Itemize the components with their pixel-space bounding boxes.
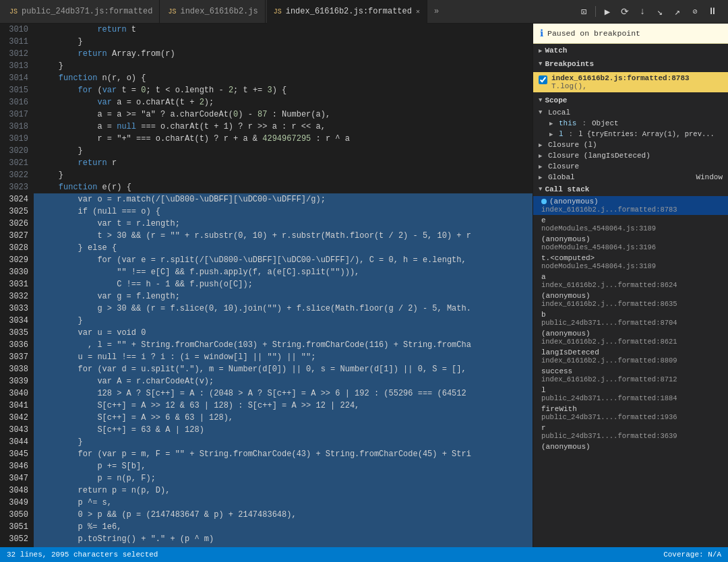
scope-closure-lang[interactable]: ▶ Closure (langIsDeteced) [533, 150, 728, 161]
code-line: } [34, 436, 533, 448]
line-number: 3041 [0, 400, 28, 412]
line-number: 3013 [0, 60, 28, 72]
call-stack-item[interactable]: (anonymous)index_61616b2.j...formatted:8… [533, 290, 728, 309]
call-stack-name: (anonymous) [541, 330, 590, 338]
step-out-button[interactable]: ↗ [670, 4, 685, 19]
line-number: 3034 [0, 315, 28, 327]
breakpoints-arrow-icon: ▼ [539, 61, 542, 67]
callstack-label: Call stack [545, 185, 589, 193]
tab-public-24db371[interactable]: JS public_24db371.js:formatted [3, 0, 160, 24]
call-stack-item[interactable]: (anonymous)index_61616b2.j...formatted:8… [533, 196, 728, 215]
call-stack-item[interactable]: (anonymous)index_61616b2.j...formatted:8… [533, 328, 728, 347]
line-number: 3037 [0, 351, 28, 363]
code-line: "" !== e[C] && f.push.apply(f, a(e[C].sp… [34, 266, 533, 278]
line-number: 3027 [0, 230, 28, 242]
code-line: } [34, 36, 533, 48]
debug-scroll[interactable]: ▶ Watch ▼ Breakpoints index_61616b2.js:f… [533, 44, 728, 547]
l-arrow-icon: ▶ [549, 131, 556, 138]
archive-icon[interactable]: ⊡ [576, 4, 591, 19]
breakpoint-checkbox[interactable] [539, 75, 547, 84]
pause-button[interactable]: ⟳ [617, 4, 632, 19]
breakpoints-label: Breakpoints [545, 60, 594, 68]
call-stack-item[interactable]: fireWithpublic_24db371....formatted:1936 [533, 404, 728, 423]
code-line: p %= 1e6, [34, 521, 533, 533]
scope-global[interactable]: ▶ Global Window [533, 172, 728, 183]
line-number: 3043 [0, 424, 28, 436]
scope-closure-l-label: Closure (l) [548, 141, 597, 149]
code-line: C !== h - 1 && f.push(o[C]); [34, 278, 533, 290]
code-line: t > 30 && (r = "" + r.substr(0, 10) + r.… [34, 230, 533, 242]
main-layout: 3010301130123013301430153016301730183019… [0, 24, 728, 547]
code-line: var a = o.charAt(t + 2); [34, 96, 533, 108]
call-stack-item[interactable]: rpublic_24db371....formatted:3639 [533, 423, 728, 441]
scope-global-value: Window [696, 173, 723, 181]
stop-button[interactable]: ⏸ [705, 4, 720, 19]
watch-section-header[interactable]: ▶ Watch [533, 44, 728, 57]
line-number: 3015 [0, 84, 28, 96]
scope-local-items: ▶ this : Object ▶ l : l {tryEntries: Arr… [544, 118, 728, 139]
line-number: 3042 [0, 412, 28, 424]
line-number: 3022 [0, 169, 28, 181]
line-number: 3026 [0, 218, 28, 230]
call-stack-item[interactable]: bpublic_24db371....formatted:8704 [533, 309, 728, 328]
callstack-list: (anonymous)index_61616b2.j...formatted:8… [533, 196, 728, 452]
tab-overflow[interactable]: » [429, 7, 444, 16]
breakpoint-item[interactable]: index_61616b2.js:formatted:8783 T.log(), [533, 72, 728, 92]
debug-toolbar-top: ⊡ ▶ ⟳ ↓ ↘ ↗ ⊘ ⏸ [571, 4, 725, 19]
call-stack-name: (anonymous) [541, 235, 590, 243]
scope-l[interactable]: ▶ l : l {tryEntries: Array(1), prev... [544, 129, 728, 139]
scope-local-header[interactable]: ▼ Local [533, 107, 728, 118]
scope-closure-l[interactable]: ▶ Closure (l) [533, 139, 728, 150]
code-line: for (var d = u.split("."), m = Number(d[… [34, 363, 533, 375]
line-number: 3030 [0, 266, 28, 278]
code-line: 0 > p && (p = (2147483647 & p) + 2147483… [34, 509, 533, 521]
deactivate-button[interactable]: ⊘ [688, 4, 702, 19]
line-number: 3033 [0, 303, 28, 315]
callstack-section-header[interactable]: ▼ Call stack [533, 183, 728, 196]
tab-index-61616b2[interactable]: JS index_61616b2.js [161, 0, 265, 24]
step-into-button[interactable]: ↘ [653, 4, 667, 19]
call-stack-name: l [541, 386, 546, 394]
call-stack-name: a [541, 273, 546, 281]
close-tab-icon[interactable]: ✕ [416, 7, 420, 15]
call-stack-item[interactable]: t.<computed>nodeModules_4548064.js:3189 [533, 253, 728, 272]
line-number: 3040 [0, 387, 28, 400]
tab-index-61616b2-formatted[interactable]: JS index_61616b2.js:formatted ✕ [267, 0, 427, 24]
call-stack-item[interactable]: successindex_61616b2.j...formatted:8712 [533, 366, 728, 385]
call-stack-item[interactable]: (anonymous) [533, 441, 728, 452]
scope-this[interactable]: ▶ this : Object [544, 118, 728, 129]
scope-closure-lang-label: Closure (langIsDeteced) [548, 152, 650, 160]
code-line: for (var p = m, F = "" + String.fromChar… [34, 448, 533, 460]
code-line: } [34, 169, 533, 181]
call-stack-item[interactable]: aindex_61616b2.j...formatted:8624 [533, 272, 728, 290]
call-stack-item[interactable]: langIsDetecedindex_61616b2.j...formatted… [533, 347, 728, 366]
scope-local-label: Local [548, 108, 570, 117]
call-stack-name: r [541, 424, 546, 432]
call-stack-item[interactable]: enodeModules_4548064.js:3189 [533, 215, 728, 234]
scope-closure[interactable]: ▶ Closure [533, 161, 728, 172]
line-numbers: 3010301130123013301430153016301730183019… [0, 24, 34, 547]
code-line: r = "+" === o.charAt(t) ? r + a & 429496… [34, 133, 533, 145]
step-over-button[interactable]: ↓ [635, 4, 650, 19]
code-line: return t [34, 24, 533, 36]
call-stack-name: b [541, 311, 546, 319]
info-icon: ℹ [540, 28, 543, 39]
call-stack-file: nodeModules_4548064.js:3189 [541, 262, 720, 270]
resume-button[interactable]: ▶ [600, 4, 615, 19]
call-stack-item[interactable]: (anonymous)nodeModules_4548064.js:3196 [533, 234, 728, 253]
code-line: , l = "" + String.fromCharCode(103) + St… [34, 339, 533, 351]
line-number: 3016 [0, 96, 28, 108]
code-container[interactable]: 3010301130123013301430153016301730183019… [0, 24, 533, 547]
watch-arrow-icon: ▶ [539, 47, 542, 55]
breakpoints-section-header[interactable]: ▼ Breakpoints [533, 57, 728, 71]
watch-section: ▶ Watch [533, 44, 728, 57]
call-stack-item[interactable]: lpublic_24db371....formatted:1884 [533, 385, 728, 404]
line-number: 3046 [0, 460, 28, 472]
scope-section-header[interactable]: ▼ Scope [533, 94, 728, 107]
call-stack-file: nodeModules_4548064.js:3189 [541, 224, 720, 232]
paused-notice-text: Paused on breakpoint [547, 29, 640, 38]
scope-label: Scope [545, 96, 567, 104]
call-stack-name: t.<computed> [541, 254, 595, 262]
code-line: S[c++] = A >> 6 & 63 | 128), [34, 412, 533, 424]
call-stack-name: fireWith [541, 405, 577, 413]
